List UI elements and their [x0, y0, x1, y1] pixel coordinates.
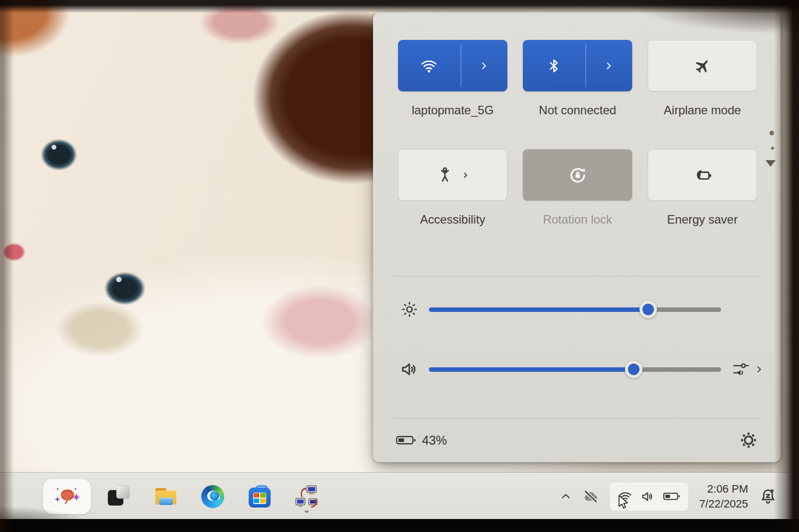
- ms-logo-blue: [254, 499, 259, 503]
- ms-logo-yellow: [260, 499, 266, 503]
- rotation-lock-tile: [523, 149, 632, 201]
- brain-sparkles-icon: [54, 484, 80, 510]
- tray-quick-settings-group[interactable]: [610, 483, 688, 511]
- taskbar-app-file-explorer[interactable]: [154, 485, 178, 509]
- quick-settings-footer: 43%: [396, 418, 758, 462]
- onedrive-tray-button[interactable]: [582, 488, 599, 505]
- quick-settings-tile-grid: laptopmate_5G Not conn: [398, 40, 757, 227]
- volume-slider-thumb[interactable]: [625, 361, 642, 378]
- network-computers-icon: [295, 485, 319, 509]
- accessibility-icon: [436, 166, 454, 184]
- airplane-tile-label: Airplane mode: [664, 103, 741, 117]
- screen-mark-dot: [771, 147, 774, 150]
- energy-saver-tile[interactable]: [648, 149, 757, 201]
- screen-mark-triangle: [766, 160, 776, 167]
- quick-setting-bluetooth: Not connected: [523, 40, 632, 117]
- notification-center-button[interactable]: [759, 488, 777, 506]
- brightness-slider[interactable]: [429, 307, 721, 312]
- quick-setting-airplane: Airplane mode: [648, 40, 757, 117]
- volume-row: [396, 353, 764, 385]
- volume-icon[interactable]: [396, 360, 423, 379]
- wifi-tile-label: laptopmate_5G: [411, 103, 493, 117]
- brightness-slider-thumb[interactable]: [639, 301, 657, 318]
- taskbar-app-network-places[interactable]: [295, 485, 319, 509]
- airplane-mode-tile[interactable]: [648, 40, 757, 91]
- chevron-right-icon[interactable]: [754, 364, 764, 374]
- system-tray: 2:06 PM 7/22/2025: [560, 473, 777, 520]
- accessibility-tile-label: Accessibility: [420, 213, 485, 227]
- ms-logo-green: [260, 493, 266, 498]
- wifi-icon: [420, 57, 438, 75]
- bluetooth-toggle[interactable]: [523, 40, 585, 91]
- gear-icon[interactable]: [740, 431, 758, 449]
- battery-status[interactable]: 43%: [396, 433, 447, 448]
- volume-icon: [641, 490, 655, 504]
- clock[interactable]: 2:06 PM 7/22/2025: [699, 482, 748, 511]
- bluetooth-tile[interactable]: [523, 40, 632, 91]
- tray-date: 7/22/2025: [699, 497, 748, 511]
- brightness-row: [396, 293, 721, 325]
- taskbar-app-store[interactable]: [248, 485, 272, 509]
- chevron-up-icon: [560, 491, 571, 502]
- airplane-icon: [694, 57, 712, 75]
- quick-setting-wifi: laptopmate_5G: [398, 40, 507, 117]
- taskbar-app-ai-brain[interactable]: [43, 479, 91, 514]
- wifi-icon: [618, 490, 632, 504]
- chevron-right-icon: [603, 60, 614, 71]
- wifi-tile[interactable]: [398, 40, 507, 91]
- accessibility-tile[interactable]: [398, 149, 507, 201]
- rotation-lock-tile-label: Rotation lock: [543, 213, 612, 227]
- quick-setting-accessibility: Accessibility: [398, 149, 507, 227]
- taskbar-app-icons: [43, 473, 319, 520]
- chevron-right-icon: [461, 171, 470, 180]
- screen-mark-dot: [770, 131, 774, 135]
- bluetooth-icon: [546, 58, 562, 74]
- rotation-lock-icon: [568, 165, 588, 185]
- taskbar-app-squares[interactable]: [107, 485, 131, 509]
- quick-setting-energy-saver: Energy saver: [648, 149, 757, 227]
- bell-dnd-icon: [759, 488, 777, 506]
- audio-output-icon[interactable]: [732, 360, 750, 378]
- tile-split-divider: [585, 44, 586, 87]
- tray-overflow-button[interactable]: [560, 491, 571, 502]
- bluetooth-expand-button[interactable]: [585, 40, 632, 91]
- energy-saver-icon: [693, 166, 712, 185]
- volume-slider[interactable]: [429, 367, 721, 372]
- quick-settings-panel: laptopmate_5G Not conn: [373, 12, 781, 462]
- bluetooth-tile-label: Not connected: [539, 103, 616, 117]
- screen: laptopmate_5G Not conn: [0, 0, 799, 532]
- ms-logo-red: [254, 493, 259, 498]
- taskbar-app-edge[interactable]: [201, 485, 225, 509]
- tray-time: 2:06 PM: [699, 482, 748, 496]
- screen-bezel: [0, 519, 799, 532]
- wifi-expand-button[interactable]: [460, 40, 507, 91]
- tile-split-divider: [460, 44, 461, 87]
- taskbar: 2:06 PM 7/22/2025: [0, 473, 799, 520]
- wifi-toggle[interactable]: [398, 40, 460, 91]
- battery-icon: [663, 492, 680, 501]
- brightness-slider-fill: [429, 307, 648, 312]
- panel-divider: [393, 276, 761, 276]
- running-app-indicator: [305, 511, 309, 513]
- cloud-off-icon: [582, 488, 599, 505]
- volume-slider-fill: [429, 367, 634, 372]
- chevron-right-icon: [478, 60, 489, 71]
- brightness-icon: [396, 300, 423, 319]
- battery-percent-label: 43%: [422, 433, 447, 448]
- energy-saver-tile-label: Energy saver: [667, 213, 738, 227]
- battery-icon: [396, 435, 416, 446]
- quick-setting-rotation-lock: Rotation lock: [523, 149, 632, 227]
- edge-icon: [201, 485, 224, 508]
